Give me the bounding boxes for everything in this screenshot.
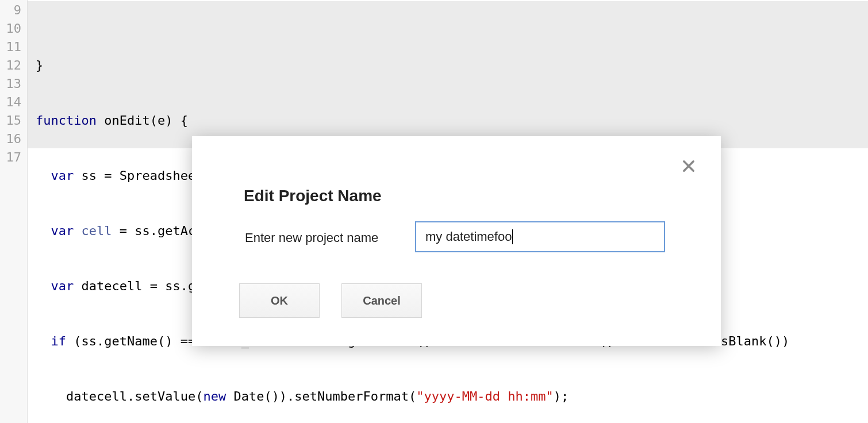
line-gutter: 9 10 11 12 13 14 15 16 17 (0, 0, 28, 423)
line-number: 12 (0, 56, 21, 75)
code-line: function onEdit(e) { (36, 111, 868, 130)
line-number: 11 (0, 38, 21, 56)
project-name-input[interactable]: my datetimefoo (415, 221, 665, 252)
line-number: 17 (0, 148, 21, 167)
close-icon[interactable] (681, 158, 697, 174)
line-number: 16 (0, 130, 21, 148)
line-number: 13 (0, 75, 21, 93)
text-caret (512, 229, 513, 244)
line-number: 15 (0, 111, 21, 130)
cancel-button[interactable]: Cancel (341, 283, 422, 318)
project-name-label: Enter new project name (245, 230, 378, 245)
line-number: 9 (0, 1, 21, 20)
dialog-title: Edit Project Name (244, 187, 382, 205)
code-line: } (36, 56, 868, 75)
input-text: my datetimefoo (425, 229, 512, 244)
line-number: 14 (0, 93, 21, 111)
ok-button[interactable]: OK (239, 283, 320, 318)
line-number: 10 (0, 20, 21, 38)
edit-project-name-dialog: Edit Project Name Enter new project name… (192, 136, 721, 346)
code-line: datecell.setValue(new Date()).setNumberF… (36, 387, 868, 406)
